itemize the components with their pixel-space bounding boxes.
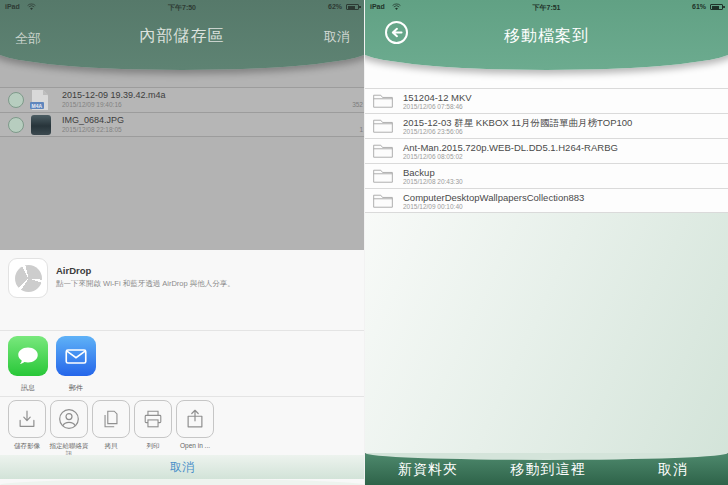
print-button[interactable] xyxy=(134,400,172,438)
battery-percent-label: 62% xyxy=(328,3,342,10)
battery-icon xyxy=(710,4,723,10)
copy-icon xyxy=(100,408,122,430)
mail-app-label: 郵件 xyxy=(56,383,96,393)
airdrop-button[interactable] xyxy=(8,258,48,298)
m4a-badge: M4A xyxy=(30,102,44,109)
messages-bubble-icon xyxy=(15,343,41,369)
left-status-bar: iPad 下午7:50 62% xyxy=(0,0,364,14)
right-page-title: 移動檔案到 xyxy=(365,26,728,47)
folder-icon xyxy=(372,168,394,184)
background-gradient xyxy=(365,213,728,485)
share-sheet: AirDrop 點一下來開啟 Wi-Fi 和藍牙透過 AirDrop 與他人分享… xyxy=(0,250,364,485)
save-image-label: 儲存影像 xyxy=(5,442,49,450)
file-row[interactable]: M4A 2015-12-09 19.39.42.m4a 2015/12/09 1… xyxy=(0,87,364,112)
assign-contact-button[interactable] xyxy=(50,400,88,438)
file-date: 2015/12/08 22:18:05 xyxy=(62,126,122,133)
selection-circle[interactable] xyxy=(8,92,24,108)
printer-icon xyxy=(142,408,164,430)
clock-label: 下午7:51 xyxy=(365,3,728,13)
open-in-icon xyxy=(184,408,206,430)
file-size: 1 xyxy=(359,126,363,133)
file-name: 2015-12-09 19.39.42.m4a xyxy=(62,90,166,100)
folder-icon xyxy=(372,118,394,134)
folder-row[interactable]: ComputerDesktopWallpapersCollection883 2… xyxy=(365,188,728,213)
folder-date: 2015/12/09 00:10:40 xyxy=(403,203,463,210)
dual-screenshot-stage: iPad 下午7:50 62% 全部 內部儲存區 取消 M4A 2015-12-… xyxy=(0,0,728,485)
contact-icon xyxy=(57,407,81,431)
right-status-bar: iPad 下午7:51 61% xyxy=(365,0,728,14)
messages-app-label: 訊息 xyxy=(8,383,48,393)
toolbar-cancel-button[interactable]: 取消 xyxy=(658,461,688,479)
print-label: 列印 xyxy=(131,442,175,450)
messages-app-button[interactable] xyxy=(8,336,48,376)
folder-date: 2015/12/06 08:05:02 xyxy=(403,153,463,160)
internal-storage-screen: iPad 下午7:50 62% 全部 內部儲存區 取消 M4A 2015-12-… xyxy=(0,0,364,485)
share-sheet-cancel-button[interactable]: 取消 xyxy=(0,459,364,476)
selection-circle[interactable] xyxy=(8,117,24,133)
save-image-button[interactable] xyxy=(8,400,46,438)
new-folder-button[interactable]: 新資料夾 xyxy=(398,461,458,479)
folder-row[interactable]: 2015-12-03 群星 KKBOX 11月份國語單曲月榜TOP100 201… xyxy=(365,113,728,138)
folder-icon xyxy=(372,193,394,209)
move-here-button[interactable]: 移動到這裡 xyxy=(511,461,586,479)
folder-row[interactable]: Ant-Man.2015.720p.WEB-DL.DD5.1.H264-RARB… xyxy=(365,138,728,163)
copy-button[interactable] xyxy=(92,400,130,438)
move-file-screen: iPad 下午7:51 61% 移動檔案到 151204-12 MKV 2015… xyxy=(364,0,728,485)
airdrop-title: AirDrop xyxy=(56,265,91,276)
open-in-label: Open in ... xyxy=(173,442,217,450)
open-in-button[interactable] xyxy=(176,400,214,438)
copy-label: 拷貝 xyxy=(89,442,133,450)
mail-envelope-icon xyxy=(63,343,89,369)
file-date: 2015/12/09 19:40:16 xyxy=(62,101,122,108)
folder-date: 2015/12/08 20:43:30 xyxy=(403,178,463,185)
file-row[interactable]: IMG_0684.JPG 2015/12/08 22:18:05 1 xyxy=(0,112,364,137)
file-size: 352 xyxy=(352,101,363,108)
folder-row[interactable]: 151204-12 MKV 2015/12/06 07:58:46 xyxy=(365,88,728,113)
airdrop-icon xyxy=(15,265,42,292)
save-image-icon xyxy=(16,408,38,430)
folder-name: 151204-12 MKV xyxy=(403,92,472,103)
folder-icon xyxy=(372,143,394,159)
bottom-curve-strip xyxy=(0,479,364,485)
clock-label: 下午7:50 xyxy=(0,3,364,13)
left-cancel-button[interactable]: 取消 xyxy=(324,28,350,46)
folder-name: ComputerDesktopWallpapersCollection883 xyxy=(403,192,584,203)
folder-date: 2015/12/06 07:58:46 xyxy=(403,103,463,110)
file-name: IMG_0684.JPG xyxy=(62,115,124,125)
battery-icon xyxy=(346,4,359,10)
airdrop-subtitle: 點一下來開啟 Wi-Fi 和藍牙透過 AirDrop 與他人分享。 xyxy=(56,279,235,289)
battery-percent-label: 61% xyxy=(692,3,706,10)
mail-app-button[interactable] xyxy=(56,336,96,376)
left-page-title: 內部儲存區 xyxy=(0,26,364,47)
folder-name: Backup xyxy=(403,167,435,178)
folder-row[interactable]: Backup 2015/12/08 20:43:30 xyxy=(365,163,728,188)
folder-name: Ant-Man.2015.720p.WEB-DL.DD5.1.H264-RARB… xyxy=(403,142,618,153)
image-thumbnail xyxy=(31,115,51,135)
folder-icon xyxy=(372,93,394,109)
folder-date: 2015/12/06 23:56:06 xyxy=(403,128,463,135)
